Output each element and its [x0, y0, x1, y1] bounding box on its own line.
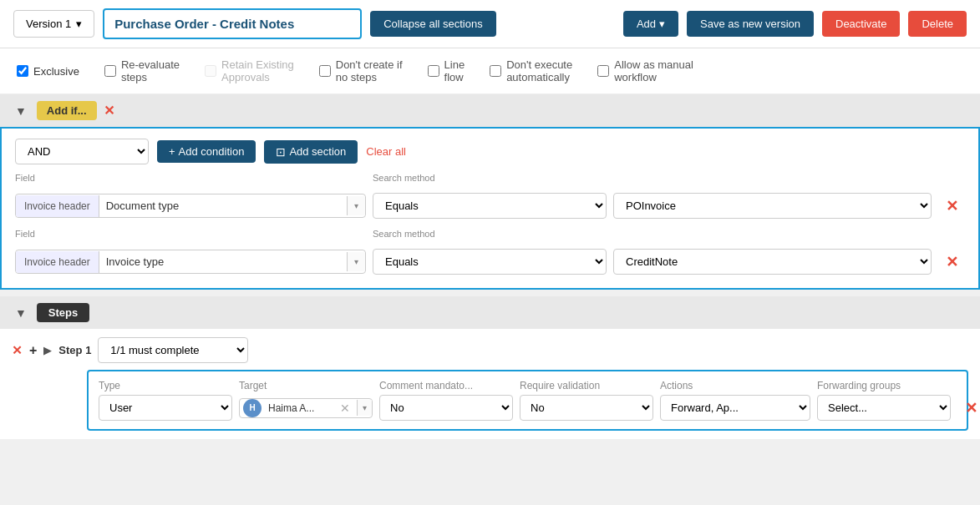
- version-chevron-icon: ▾: [76, 18, 82, 30]
- comment-col-header: Comment mandato...: [379, 380, 513, 391]
- condition-area: AND + Add condition ⊡ Add section Clear …: [0, 127, 980, 290]
- field-prefix-1: Invoice header: [16, 195, 99, 217]
- add-section-button[interactable]: ⊡ Add section: [264, 140, 358, 164]
- target-input-row[interactable]: H Haima A... ✕ ▾: [239, 398, 373, 418]
- search-label-2: Search method: [373, 229, 607, 239]
- reevaluate-label: Re-evaluatesteps: [121, 58, 180, 83]
- add-chevron-icon: ▾: [659, 18, 665, 30]
- condition-row-labels-1: Field Search method: [15, 173, 965, 184]
- value-label-2: [613, 229, 932, 239]
- toolbar: Version 1 ▾ Collapse all sections Add ▾ …: [0, 0, 980, 48]
- option-no-steps: Don't create ifno steps: [319, 58, 403, 83]
- remove-condition-2-button[interactable]: ✕: [938, 250, 965, 275]
- field-value-2: Invoice type: [99, 250, 347, 273]
- step-add-button[interactable]: +: [29, 343, 37, 358]
- retain-checkbox[interactable]: [205, 65, 216, 77]
- avatar: H: [243, 399, 262, 417]
- and-select[interactable]: AND: [15, 139, 149, 164]
- retain-label: Retain ExistingApprovals: [221, 58, 294, 83]
- condition-row-1: Invoice header Document type ▾ Equals PO…: [15, 189, 965, 222]
- no-steps-checkbox[interactable]: [319, 65, 331, 77]
- option-reevaluate: Re-evaluatesteps: [104, 58, 180, 83]
- add-if-section-header: ▼ Add if... ✕: [0, 94, 980, 127]
- actions-select[interactable]: Forward, Ap...: [660, 395, 810, 421]
- exclusive-label: Exclusive: [33, 65, 79, 78]
- plus-icon: +: [169, 145, 175, 158]
- manual-label: Allow as manualworkflow: [614, 58, 693, 83]
- steps-chevron-button[interactable]: ▼: [12, 306, 30, 320]
- deactivate-button[interactable]: Deactivate: [822, 11, 900, 37]
- target-arrow-icon: ▾: [357, 400, 372, 416]
- option-manual: Allow as manualworkflow: [597, 58, 693, 83]
- option-line-flow: Lineflow: [428, 58, 465, 83]
- field-arrow-2: ▾: [347, 252, 365, 271]
- step-expand-button[interactable]: ▶: [43, 344, 52, 356]
- field-prefix-2: Invoice header: [16, 251, 99, 273]
- actions-col-header: Actions: [660, 380, 810, 391]
- no-auto-checkbox[interactable]: [490, 65, 501, 77]
- condition-top: AND + Add condition ⊡ Add section Clear …: [15, 139, 965, 164]
- value-select-2[interactable]: CreditNote: [613, 249, 932, 275]
- exclusive-checkbox[interactable]: [17, 65, 28, 77]
- condition-row-2: Invoice header Invoice type ▾ Equals Cre…: [15, 245, 965, 278]
- remove-add-if-button[interactable]: ✕: [104, 103, 114, 119]
- save-button[interactable]: Save as new version: [687, 11, 814, 37]
- step-area: ✕ + ▶ Step 1 1/1 must complete Type Targ…: [0, 329, 980, 439]
- line-flow-label: Lineflow: [444, 58, 465, 83]
- forwarding-select[interactable]: Select...: [817, 395, 951, 421]
- add-button[interactable]: Add ▾: [623, 11, 678, 37]
- title-input[interactable]: [103, 8, 362, 39]
- no-auto-label: Don't executeautomatically: [506, 58, 572, 83]
- manual-checkbox[interactable]: [597, 65, 609, 77]
- method-select-1[interactable]: Equals: [373, 193, 607, 219]
- option-no-auto: Don't executeautomatically: [490, 58, 572, 83]
- validation-select[interactable]: No: [520, 395, 653, 421]
- option-exclusive: Exclusive: [17, 65, 79, 78]
- steps-badge: Steps: [37, 303, 89, 322]
- field-input-2[interactable]: Invoice header Invoice type ▾: [15, 250, 366, 274]
- value-label-1: [613, 173, 932, 183]
- field-arrow-1: ▾: [347, 196, 365, 215]
- option-retain: Retain ExistingApprovals: [205, 58, 294, 83]
- condition-row-labels-2: Field Search method: [15, 229, 965, 240]
- type-select[interactable]: User: [99, 395, 232, 421]
- step-top: ✕ + ▶ Step 1 1/1 must complete: [12, 337, 968, 363]
- forwarding-col-header: Forwarding groups: [817, 380, 951, 391]
- step-detail: Type Target Comment mandato... Require v…: [87, 370, 968, 431]
- target-clear-button[interactable]: ✕: [337, 401, 353, 415]
- step-detail-row: User H Haima A... ✕ ▾ No No Forward, Ap.…: [99, 395, 957, 421]
- step-label: Step 1: [58, 344, 91, 356]
- collapse-button[interactable]: Collapse all sections: [370, 11, 496, 37]
- type-col-header: Type: [99, 380, 232, 391]
- field-input-1[interactable]: Invoice header Document type ▾: [15, 194, 366, 218]
- add-if-badge: Add if...: [37, 101, 97, 120]
- step-row-remove-button[interactable]: ✕: [957, 399, 980, 417]
- no-steps-label: Don't create ifno steps: [336, 58, 403, 83]
- add-if-chevron-button[interactable]: ▼: [12, 104, 30, 118]
- step-remove-button[interactable]: ✕: [12, 343, 23, 358]
- field-label-1: Field: [15, 173, 366, 183]
- field-value-1: Document type: [99, 194, 347, 217]
- version-button[interactable]: Version 1 ▾: [13, 10, 94, 38]
- comment-select[interactable]: No: [379, 395, 513, 421]
- options-row: Exclusive Re-evaluatesteps Retain Existi…: [0, 48, 980, 94]
- section-icon: ⊡: [276, 145, 286, 159]
- remove-condition-1-button[interactable]: ✕: [938, 194, 965, 219]
- version-label: Version 1: [26, 18, 71, 30]
- add-condition-button[interactable]: + Add condition: [157, 140, 256, 163]
- validation-col-header: Require validation: [520, 380, 653, 391]
- reevaluate-checkbox[interactable]: [104, 65, 116, 77]
- delete-button[interactable]: Delete: [908, 11, 967, 37]
- target-col-header: Target: [239, 380, 373, 391]
- field-label-2: Field: [15, 229, 366, 239]
- line-flow-checkbox[interactable]: [428, 65, 439, 77]
- step-detail-headers: Type Target Comment mandato... Require v…: [99, 380, 957, 391]
- method-select-2[interactable]: Equals: [373, 249, 607, 275]
- steps-section-header: ▼ Steps: [0, 296, 980, 329]
- must-complete-select[interactable]: 1/1 must complete: [98, 337, 248, 363]
- value-select-1[interactable]: POInvoice: [613, 193, 932, 219]
- search-label-1: Search method: [373, 173, 607, 183]
- target-name: Haima A...: [265, 399, 333, 417]
- clear-all-button[interactable]: Clear all: [366, 145, 406, 158]
